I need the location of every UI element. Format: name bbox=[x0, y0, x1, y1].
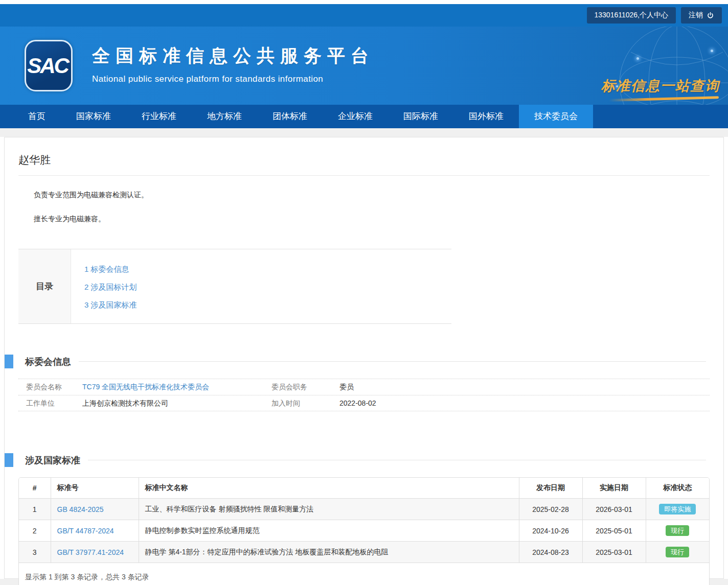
implement-date-cell: 2026-03-01 bbox=[582, 499, 646, 520]
standard-code-cell: GB/T 44787-2024 bbox=[51, 520, 139, 542]
slogan-text: 标准信息一站查询 bbox=[601, 77, 719, 95]
standard-code-link[interactable]: GB/T 37977.41-2024 bbox=[57, 548, 124, 556]
standard-name-cell: 静电学 第4-1部分：特定应用中的标准试验方法 地板覆盖层和装配地板的电阻 bbox=[139, 542, 519, 563]
row-index: 3 bbox=[19, 542, 51, 563]
spark-decoration bbox=[636, 57, 639, 60]
standard-code-cell: GB/T 37977.41-2024 bbox=[51, 542, 139, 563]
implement-date-cell: 2025-03-01 bbox=[582, 542, 646, 563]
site-header: SAC 全国标准信息公共服务平台 National public service… bbox=[0, 27, 728, 105]
sac-logo[interactable]: SAC bbox=[25, 40, 73, 91]
field-label-employer: 工作单位 bbox=[18, 395, 82, 411]
standard-code-link[interactable]: GB 4824-2025 bbox=[57, 505, 104, 513]
page-background-strip bbox=[0, 128, 728, 137]
row-index: 1 bbox=[19, 499, 51, 520]
nav-item-home[interactable]: 首页 bbox=[13, 105, 61, 128]
committee-info-row: 委员会名称 TC79 全国无线电干扰标准化技术委员会 委员会职务 委员 bbox=[18, 379, 710, 395]
header-slogan: 标准信息一站查询 bbox=[601, 77, 719, 100]
implement-date-cell: 2025-05-01 bbox=[582, 520, 646, 542]
status-badge: 即将实施 bbox=[659, 504, 696, 514]
field-value-join-date: 2022-08-02 bbox=[339, 395, 376, 411]
field-value-position: 委员 bbox=[339, 379, 354, 395]
standards-table: # 标准号 标准中文名称 发布日期 实施日期 标准状态 1 GB 4824-20… bbox=[18, 477, 710, 585]
section-rule bbox=[88, 460, 706, 460]
toc-label: 目录 bbox=[18, 249, 71, 323]
field-label-committee-name: 委员会名称 bbox=[18, 379, 82, 395]
nav-item-group-standards[interactable]: 团体标准 bbox=[257, 105, 323, 128]
nav-item-enterprise-standards[interactable]: 企业标准 bbox=[323, 105, 388, 128]
standard-code-cell: GB 4824-2025 bbox=[51, 499, 139, 520]
nav-item-national-standards[interactable]: 国家标准 bbox=[61, 105, 126, 128]
page-title: 赵华胜 bbox=[18, 153, 710, 167]
table-header-row: # 标准号 标准中文名称 发布日期 实施日期 标准状态 bbox=[19, 478, 709, 499]
logout-label: 注销 bbox=[689, 11, 703, 20]
table-row: 2 GB/T 44787-2024 静电控制参数实时监控系统通用规范 2024-… bbox=[19, 520, 709, 542]
toc-link-national-plans[interactable]: 2 涉及国标计划 bbox=[84, 278, 137, 296]
table-of-contents: 目录 1 标委会信息 2 涉及国标计划 3 涉及国家标准 bbox=[18, 249, 451, 324]
status-badge: 现行 bbox=[666, 547, 689, 557]
site-titles: 全国标准信息公共服务平台 National public service pla… bbox=[92, 44, 374, 84]
status-cell: 现行 bbox=[646, 542, 709, 563]
section-title-committee-info: 标委会信息 bbox=[25, 356, 71, 368]
section-header-committee-info: 标委会信息 bbox=[5, 355, 710, 368]
section-marker bbox=[5, 453, 13, 467]
sac-logo-text: SAC bbox=[27, 54, 70, 78]
section-marker bbox=[5, 355, 13, 368]
standard-name-cell: 工业、科学和医疗设备 射频骚扰特性 限值和测量方法 bbox=[139, 499, 519, 520]
logout-button[interactable]: 注销 bbox=[681, 7, 722, 24]
status-cell: 即将实施 bbox=[646, 499, 709, 520]
publish-date-cell: 2025-02-28 bbox=[519, 499, 582, 520]
top-bar: 13301611026,个人中心 注销 bbox=[0, 4, 728, 27]
committee-info-row: 工作单位 上海创京检测技术有限公司 加入时间 2022-08-02 bbox=[18, 395, 710, 411]
committee-link[interactable]: TC79 全国无线电干扰标准化技术委员会 bbox=[82, 383, 209, 391]
column-header-index: # bbox=[19, 478, 51, 499]
table-row: 1 GB 4824-2025 工业、科学和医疗设备 射频骚扰特性 限值和测量方法… bbox=[19, 499, 709, 520]
status-cell: 现行 bbox=[646, 520, 709, 542]
section-title-national-standards: 涉及国家标准 bbox=[25, 454, 80, 466]
user-center-label: 13301611026,个人中心 bbox=[595, 11, 669, 20]
column-header-code: 标准号 bbox=[51, 478, 139, 499]
site-title: 全国标准信息公共服务平台 bbox=[92, 44, 374, 68]
nav-item-industry-standards[interactable]: 行业标准 bbox=[126, 105, 192, 128]
profile-specialty: 擅长专业为电磁兼容。 bbox=[18, 215, 710, 224]
toc-link-committee-info[interactable]: 1 标委会信息 bbox=[84, 260, 137, 278]
standard-code-link[interactable]: GB/T 44787-2024 bbox=[57, 527, 114, 535]
section-header-national-standards: 涉及国家标准 bbox=[5, 453, 710, 467]
section-rule bbox=[79, 361, 706, 362]
power-icon bbox=[707, 12, 714, 19]
nav-item-technical-committee[interactable]: 技术委员会 bbox=[519, 105, 593, 128]
column-header-name: 标准中文名称 bbox=[139, 478, 519, 499]
title-divider bbox=[18, 175, 710, 176]
main-nav: 首页 国家标准 行业标准 地方标准 团体标准 企业标准 国际标准 国外标准 技术… bbox=[0, 105, 728, 128]
nav-item-foreign-standards[interactable]: 国外标准 bbox=[453, 105, 519, 128]
row-index: 2 bbox=[19, 520, 51, 542]
column-header-implement-date: 实施日期 bbox=[582, 478, 646, 499]
nav-item-local-standards[interactable]: 地方标准 bbox=[192, 105, 257, 128]
standard-name-cell: 静电控制参数实时监控系统通用规范 bbox=[139, 520, 519, 542]
toc-link-national-standards[interactable]: 3 涉及国家标准 bbox=[84, 296, 137, 314]
field-value-committee-name: TC79 全国无线电干扰标准化技术委员会 bbox=[82, 379, 271, 395]
records-summary: 显示第 1 到第 3 条记录，总共 3 条记录 bbox=[19, 563, 709, 585]
profile-description: 负责专业范围为电磁兼容检测认证。 bbox=[18, 191, 710, 200]
table-row: 3 GB/T 37977.41-2024 静电学 第4-1部分：特定应用中的标准… bbox=[19, 542, 709, 563]
site-subtitle: National public service platform for sta… bbox=[92, 74, 374, 84]
nav-item-international-standards[interactable]: 国际标准 bbox=[388, 105, 453, 128]
status-badge: 现行 bbox=[666, 525, 689, 536]
field-value-employer: 上海创京检测技术有限公司 bbox=[82, 395, 271, 411]
field-label-position: 委员会职务 bbox=[271, 379, 339, 395]
spark-decoration bbox=[711, 50, 713, 52]
user-center-button[interactable]: 13301611026,个人中心 bbox=[587, 7, 676, 24]
committee-info-table: 委员会名称 TC79 全国无线电干扰标准化技术委员会 委员会职务 委员 工作单位… bbox=[18, 379, 710, 411]
column-header-publish-date: 发布日期 bbox=[519, 478, 582, 499]
field-label-join-date: 加入时间 bbox=[271, 395, 339, 411]
main-content: 赵华胜 负责专业范围为电磁兼容检测认证。 擅长专业为电磁兼容。 目录 1 标委会… bbox=[4, 137, 724, 579]
column-header-status: 标准状态 bbox=[646, 478, 709, 499]
toc-links: 1 标委会信息 2 涉及国标计划 3 涉及国家标准 bbox=[71, 249, 137, 323]
publish-date-cell: 2024-08-23 bbox=[519, 542, 582, 563]
publish-date-cell: 2024-10-26 bbox=[519, 520, 582, 542]
